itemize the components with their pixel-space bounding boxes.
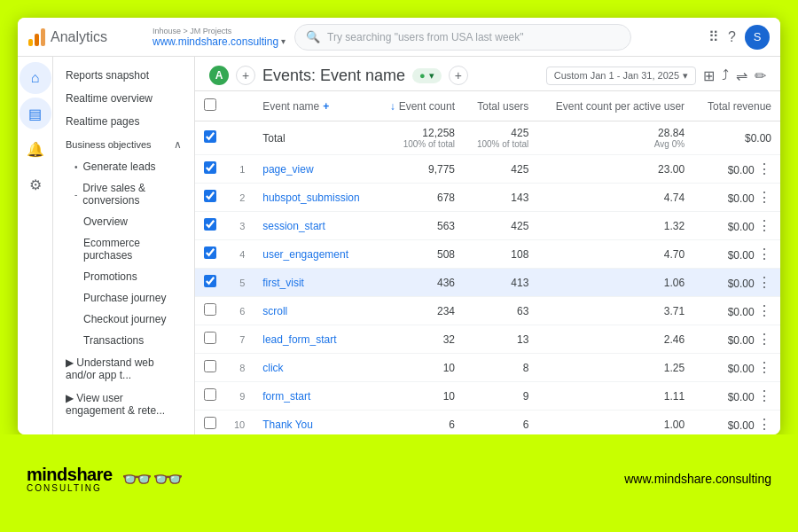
help-icon[interactable]: ? [728,29,736,45]
table-view-icon[interactable]: ⊞ [703,67,715,84]
row-more-icon-2[interactable]: ⋮ [757,190,771,205]
edit-icon[interactable]: ✏ [755,67,766,84]
row-checkbox-10[interactable] [204,417,216,429]
row-checkbox-8[interactable] [204,360,216,372]
add-comparison-btn[interactable]: + [236,66,255,85]
grid-icon[interactable]: ⠿ [708,28,719,45]
sidebar-icon-settings[interactable]: ⚙ [20,168,51,200]
row-checkbox-cell-5 [195,269,225,297]
sidebar-item-realtime-pages[interactable]: Realtime pages [53,110,194,133]
total-per-user-val: 28.84 [546,127,685,139]
sidebar-item-transactions[interactable]: Transactions [53,330,194,351]
event-link-8[interactable]: click [262,362,283,374]
col-header-event-name[interactable]: Event name + [254,91,376,121]
total-revenue-col-label: Total revenue [708,100,771,113]
total-checkbox[interactable] [204,130,216,143]
sidebar-item-checkout-journey[interactable]: Checkout journey [53,309,194,330]
sidebar-item-generate-leads[interactable]: • Generate leads [53,156,194,177]
event-link-5[interactable]: first_visit [262,277,304,289]
sidebar-item-library[interactable]: 📁 Library [53,422,194,427]
row-total-users-9: 9 [464,382,537,411]
app-title: Analytics [51,29,107,45]
row-more-icon-1[interactable]: ⋮ [757,161,771,176]
row-more-icon-3[interactable]: ⋮ [757,218,771,233]
event-count-col-label: Event count [399,100,455,113]
row-more-icon-6[interactable]: ⋮ [757,303,771,318]
row-checkbox-3[interactable] [204,218,216,231]
sidebar-item-drive-sales[interactable]: - Drive sales & conversions [53,177,194,211]
row-event-name-4: user_engagement [254,240,376,269]
event-link-10[interactable]: Thank You [262,419,313,431]
bullet-icon: • [74,162,78,172]
view-user-header[interactable]: ▶ View user engagement & rete... [53,387,194,422]
row-checkbox-4[interactable] [204,246,216,259]
col-header-total-revenue[interactable]: Total revenue [693,91,780,121]
row-num-9: 9 [225,382,254,411]
sort-down-icon: ↓ [390,100,395,113]
date-range-label: Custom Jan 1 - Jan 31, 2025 [554,70,679,81]
row-checkbox-5[interactable] [204,275,216,287]
outer-wrapper: Analytics Inhouse > JM Projects www.mind… [0,0,798,532]
event-link-6[interactable]: scroll [262,305,287,317]
row-more-icon-8[interactable]: ⋮ [757,360,771,375]
search-placeholder: Try searching "users from USA last week" [327,31,523,43]
col-header-event-count[interactable]: ↓ Event count [376,91,464,121]
select-all-checkbox[interactable] [204,98,216,111]
event-link-4[interactable]: user_engagement [262,248,348,261]
sidebar-item-ecommerce[interactable]: Ecommerce purchases [53,232,194,266]
row-event-count-2: 678 [376,184,464,212]
business-objectives-header[interactable]: Business objectives ∧ [53,133,194,156]
row-total-users-5: 413 [464,269,537,297]
add-col-icon[interactable]: + [323,100,329,113]
site-url: www.mindshare.consulting [153,35,278,48]
event-link-3[interactable]: session_start [262,220,325,232]
row-more-icon-4[interactable]: ⋮ [757,246,771,262]
sidebar-item-reports-snapshot[interactable]: Reports snapshot [53,64,194,87]
sidebar-item-promotions[interactable]: Promotions [53,266,194,287]
row-num-1: 1 [225,155,254,184]
row-num-8: 8 [225,354,254,382]
top-bar: Analytics Inhouse > JM Projects www.mind… [18,18,780,57]
add-dimension-btn[interactable]: + [449,66,468,85]
event-link-7[interactable]: lead_form_start [262,333,336,346]
user-avatar[interactable]: S [745,25,770,50]
share-icon[interactable]: ⤴ [722,67,729,83]
sidebar-icon-reports[interactable]: ▤ [20,98,51,129]
row-checkbox-6[interactable] [204,303,216,316]
understand-web-header[interactable]: ▶ Understand web and/or app t... [53,351,194,387]
bullet-icon-2: - [74,190,77,200]
business-objectives-label: Business objectives [66,139,152,150]
row-more-icon-9[interactable]: ⋮ [757,388,771,403]
sidebar-item-overview[interactable]: Overview [53,211,194,232]
row-checkbox-7[interactable] [204,332,216,344]
breadcrumb-url[interactable]: www.mindshare.consulting ▾ [153,35,286,48]
total-event-count-cell: 12,258 100% of total [376,121,464,155]
sidebar-item-realtime-overview[interactable]: Realtime overview [53,87,194,110]
row-event-count-1: 9,775 [376,155,464,184]
compare-icon[interactable]: ⇌ [736,67,747,84]
sidebar-item-purchase-journey[interactable]: Purchase journey [53,287,194,309]
top-bar-actions: ⠿ ? S [708,25,770,50]
event-link-1[interactable]: page_view [262,163,313,176]
row-more-icon-5[interactable]: ⋮ [757,275,771,290]
table-row: 8 click 10 8 1.25 $0.00 ⋮ [195,354,780,382]
row-more-icon-10[interactable]: ⋮ [757,417,771,432]
total-per-user-cell: 28.84 Avg 0% [537,121,693,155]
event-link-9[interactable]: form_start [262,390,310,403]
row-checkbox-9[interactable] [204,388,216,401]
date-range-picker[interactable]: Custom Jan 1 - Jan 31, 2025 ▾ [546,66,696,85]
sidebar-icon-home[interactable]: ⌂ [20,62,51,94]
sidebar-icon-alerts[interactable]: 🔔 [20,133,51,165]
col-header-event-count-per-user[interactable]: Event count per active user [537,91,693,121]
row-revenue-9: $0.00 ⋮ [693,382,780,411]
col-header-total-users[interactable]: Total users [464,91,537,121]
row-more-icon-7[interactable]: ⋮ [757,332,771,347]
row-checkbox-2[interactable] [204,190,216,202]
total-row: Total 12,258 100% of total 425 100% of t… [195,121,780,155]
search-bar[interactable]: 🔍 Try searching "users from USA last wee… [294,24,631,51]
row-per-user-7: 2.46 [537,325,693,354]
row-num-10: 10 [225,411,254,435]
main-area: ⌂ ▤ 🔔 ⚙ Reports snapshot Realtime overvi… [18,57,780,434]
row-checkbox-1[interactable] [204,161,216,174]
event-link-2[interactable]: hubspot_submission [262,192,359,204]
